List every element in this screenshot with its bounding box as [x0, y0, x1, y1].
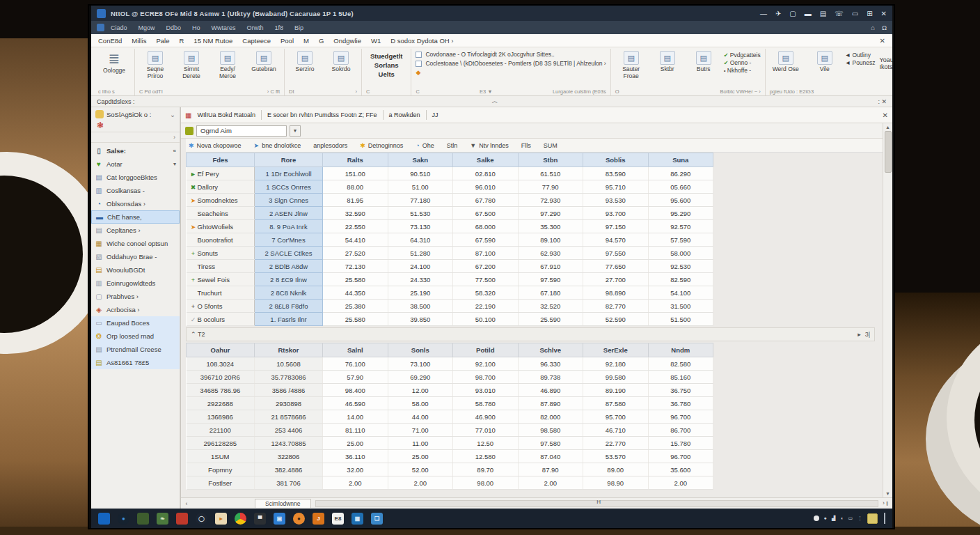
menu-item[interactable]: Wwtares	[212, 24, 236, 31]
image-app-icon[interactable]: ▦	[351, 513, 363, 525]
office-j-icon[interactable]: J	[313, 513, 324, 525]
value-cell[interactable]: 24.100	[388, 260, 453, 273]
column-header[interactable]: Soblis	[583, 153, 649, 167]
value-cell[interactable]: 86.700	[648, 424, 713, 437]
sidebar-item[interactable]: ▯Salse:«	[91, 144, 180, 157]
files-app-icon[interactable]: ❏	[371, 513, 383, 525]
table-row[interactable]: Truchurt2 8C8 Nknlk44.35025.19058.32067.…	[187, 286, 713, 300]
ribbon-button[interactable]: ▤Seqne Priroo	[139, 49, 171, 79]
value-cell[interactable]: 22.550	[323, 220, 388, 233]
display-icon[interactable]: ▬	[805, 10, 812, 17]
label-cell[interactable]: 296128285	[187, 437, 255, 450]
column-header[interactable]: Fdes	[187, 153, 255, 167]
value-cell[interactable]: 32.590	[323, 207, 388, 220]
value-cell[interactable]: 35.600	[648, 463, 713, 476]
folder-app-icon[interactable]: ▸	[215, 513, 227, 525]
menu-item[interactable]: Bip	[294, 24, 303, 31]
value-cell[interactable]: 36.750	[648, 384, 713, 397]
value-cell[interactable]: 67.500	[453, 207, 519, 220]
chrome-icon[interactable]	[235, 513, 246, 525]
scroll-up-icon[interactable]: ▲	[885, 125, 890, 130]
value-cell[interactable]: 97.580	[518, 437, 583, 450]
tree-cell[interactable]: Truchurt	[187, 286, 255, 300]
code-cell[interactable]: 2 ASEN Jlnw	[255, 207, 323, 220]
value-cell[interactable]: 67.200	[453, 260, 519, 273]
toolbar-item-2[interactable]: E socer bn rvhtn Pumdtss Footn Z; FFe	[267, 111, 377, 118]
menu-app-icon[interactable]	[97, 24, 104, 31]
value-cell[interactable]: 87.040	[518, 450, 583, 463]
ribbon-tab[interactable]: Pale	[156, 37, 169, 45]
media-red-icon[interactable]	[176, 513, 188, 525]
code-cell[interactable]: 7 Cor'Mnes	[255, 233, 323, 247]
value-cell[interactable]: 27.700	[583, 273, 649, 286]
value-cell[interactable]: 96.330	[518, 357, 583, 371]
value-cell[interactable]: 77.010	[453, 424, 519, 437]
table-row[interactable]: 34685 786.963586 /488698.40012.0093.0104…	[187, 384, 713, 397]
ribbon-label[interactable]: ◄ Outliny	[845, 52, 876, 59]
tree-cell[interactable]: Tiress	[187, 260, 255, 273]
value-cell[interactable]: 77.180	[388, 194, 453, 207]
value-cell[interactable]: 36.780	[648, 397, 713, 410]
tree-cell[interactable]: Seacheins	[187, 207, 255, 220]
toolbar-item-1[interactable]: WIlIUa Bokd Ratoaln	[197, 111, 255, 118]
value-cell[interactable]: 92.180	[583, 357, 649, 371]
ribbon-menu-item[interactable]: • Nkhoffe -	[724, 67, 761, 74]
table-row[interactable]: +O 5fonts2 8£L8 F8dfo25.38038.50022.1903…	[187, 300, 713, 313]
value-cell[interactable]: 58.780	[453, 397, 519, 410]
value-cell[interactable]: 93.010	[453, 384, 519, 397]
value-cell[interactable]: 98.890	[583, 286, 649, 300]
tray-net-icon[interactable]: ▟	[832, 515, 835, 521]
value-cell[interactable]: 86.290	[648, 167, 713, 180]
ribbon-button[interactable]: ▤Sktbr	[651, 49, 683, 79]
sidebar-collapse-icon[interactable]: ›	[91, 132, 180, 143]
value-cell[interactable]: 62.930	[518, 247, 583, 260]
filter-item[interactable]: ✱Detnoginnos	[360, 142, 403, 149]
code-cell[interactable]: 2 8C8 Nknlk	[255, 286, 323, 300]
value-cell[interactable]: 82.580	[648, 357, 713, 371]
filter-item[interactable]: ✱Nova ckopowoe	[189, 142, 242, 149]
value-cell[interactable]: 27.520	[323, 247, 388, 260]
ribbon-button[interactable]: ▤Sirnnt Derete	[175, 49, 207, 79]
value-cell[interactable]: 89.738	[518, 371, 583, 384]
table-row[interactable]: 1SUM32280636.11025.0012.58087.04053.5709…	[187, 450, 713, 463]
value-cell[interactable]: 11.00	[388, 437, 453, 450]
tab-scroll-left-icon[interactable]: ‹	[181, 500, 192, 507]
code-cell[interactable]: 2 SACLE Ctlkes	[255, 247, 323, 260]
value-cell[interactable]: 54.410	[323, 233, 388, 247]
column-header[interactable]: Suna	[648, 153, 713, 167]
printer-icon[interactable]: ▤	[820, 10, 826, 17]
column-header[interactable]: Nndm	[648, 343, 713, 357]
label-cell[interactable]: 3586 /4886	[255, 384, 323, 397]
table-row[interactable]: ➤GhtoWofiels8. 9 PoA Inrk22.55073.13068.…	[187, 220, 713, 233]
label-cell[interactable]: 396710 20R6	[187, 371, 255, 384]
value-cell[interactable]: 51.280	[388, 247, 453, 260]
tree-cell[interactable]: ➤GhtoWofiels	[187, 220, 255, 233]
firefox-icon[interactable]: ●	[293, 513, 305, 525]
tree-cell[interactable]: ►Ef Pery	[187, 167, 255, 180]
value-cell[interactable]: 82.770	[583, 300, 649, 313]
value-cell[interactable]: 46.900	[453, 410, 519, 424]
sidebar-item[interactable]: ▤WoouluBGDt	[91, 263, 180, 277]
column-header[interactable]: Salke	[453, 153, 519, 167]
search-browser-icon[interactable]: ●	[118, 513, 129, 525]
value-cell[interactable]: 15.780	[648, 437, 713, 450]
divider-expand-icon[interactable]: ▸	[858, 331, 861, 338]
horizontal-scrollbar[interactable]: H	[315, 500, 879, 507]
column-header[interactable]: Potild	[453, 343, 519, 357]
table-row[interactable]: ►Ef Pery1 1Dr Eochlwoll151.0090.51002.81…	[187, 167, 713, 180]
status-right-controls[interactable]: › ⫾	[883, 499, 892, 507]
table-row[interactable]: 396710 20R635.778308657.9069.29098.70089…	[187, 371, 713, 384]
menu-item[interactable]: Orwth	[247, 24, 264, 31]
value-cell[interactable]: 85.160	[648, 371, 713, 384]
value-cell[interactable]: 88.00	[323, 180, 388, 194]
value-cell[interactable]: 67.180	[518, 286, 583, 300]
approw-close-icon[interactable]: : ✕	[878, 98, 887, 105]
scroll-down-icon[interactable]: ▼	[885, 491, 890, 496]
e8-app-icon[interactable]: E8	[332, 513, 344, 525]
tree-cell[interactable]: Buonotrafiot	[187, 233, 255, 247]
sidebar-item[interactable]: ▤Ptrendmail Creese	[91, 343, 180, 356]
value-cell[interactable]: 87.90	[518, 463, 583, 476]
tray-volume-icon[interactable]: ◖	[840, 515, 843, 521]
value-cell[interactable]: 2.00	[388, 476, 453, 490]
sidebar-item[interactable]: ▧Oddahuyo Brae -	[91, 250, 180, 263]
